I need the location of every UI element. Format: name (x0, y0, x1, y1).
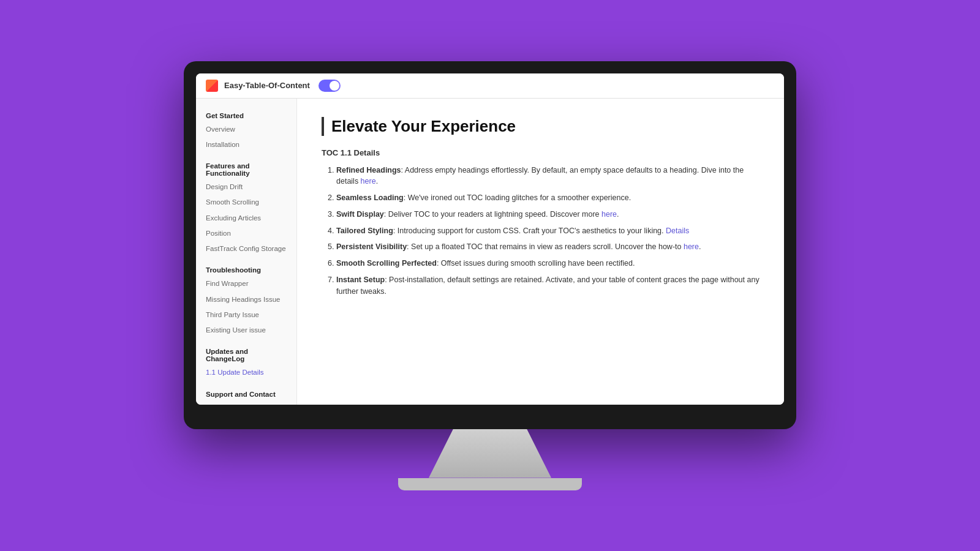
sidebar-item-existing-user[interactable]: Existing User issue (196, 323, 296, 338)
list-item: Tailored Styling: Introducing support fo… (336, 225, 760, 237)
sidebar-item-find-wrapper[interactable]: Find Wrapper (196, 276, 296, 291)
sidebar-section-features: Features and Functionality (196, 159, 296, 179)
topbar: Easy-Table-Of-Content (196, 73, 784, 99)
app-logo-icon (206, 80, 218, 92)
feature-body-2: : We've ironed out TOC loading glitches … (404, 193, 631, 202)
feature-body-3: : Deliver TOC to your readers at lightni… (384, 210, 601, 219)
feature-link-3[interactable]: here (601, 210, 617, 219)
feature-body-5: : Set up a floated TOC that remains in v… (407, 242, 684, 251)
feature-body-6: : Offset issues during smooth scrolling … (437, 259, 635, 268)
list-item: Swift Display: Deliver TOC to your reade… (336, 209, 760, 220)
toggle-switch[interactable] (318, 80, 341, 92)
sidebar-item-missing-headings[interactable]: Missing Headings Issue (196, 292, 296, 307)
list-item: Refined Headings: Address empty headings… (336, 165, 760, 188)
sidebar-item-overview[interactable]: Overview (196, 122, 296, 137)
list-item: Smooth Scrolling Perfected: Offset issue… (336, 258, 760, 269)
sidebar-item-smooth-scrolling[interactable]: Smooth Scrolling (196, 195, 296, 210)
feature-after-1: . (376, 177, 378, 186)
sidebar-section-updates: Updates and ChangeLog (196, 344, 296, 365)
feature-title-7: Instant Setup (336, 276, 385, 284)
sidebar-item-update-details[interactable]: 1.1 Update Details (196, 365, 296, 380)
toggle-knob (330, 81, 339, 91)
sidebar-item-position[interactable]: Position (196, 226, 296, 241)
sidebar-item-third-party[interactable]: Third Party Issue (196, 307, 296, 323)
main-content: Elevate Your Experience TOC 1.1 Details … (297, 99, 784, 405)
feature-list: Refined Headings: Address empty headings… (322, 165, 760, 298)
feature-title-5: Persistent Visibility (336, 242, 407, 251)
feature-body-7: : Post-installation, default settings ar… (336, 276, 760, 296)
feature-link-5[interactable]: here (684, 242, 699, 251)
sidebar-item-fasttrack[interactable]: FastTrack Config Storage (196, 241, 296, 257)
section-subtitle: TOC 1.1 Details (322, 148, 760, 157)
feature-after-5: . (699, 242, 701, 251)
feature-title-6: Smooth Scrolling Perfected (336, 259, 437, 268)
feature-after-3: . (617, 210, 619, 219)
list-item: Instant Setup: Post-installation, defaul… (336, 274, 760, 298)
feature-title-3: Swift Display (336, 210, 384, 219)
page-title: Elevate Your Experience (322, 117, 760, 136)
sidebar-section-support: Support and Contact (196, 387, 296, 400)
sidebar: Get Started Overview Installation Featur… (196, 99, 297, 405)
feature-link-4[interactable]: Details (666, 227, 689, 235)
list-item: Seamless Loading: We've ironed out TOC l… (336, 192, 760, 204)
feature-title-1: Refined Headings (336, 166, 401, 174)
sidebar-item-installation[interactable]: Installation (196, 137, 296, 152)
sidebar-item-design-drift[interactable]: Design Drift (196, 179, 296, 195)
monitor-stand (429, 429, 551, 478)
feature-title-4: Tailored Styling (336, 227, 393, 235)
sidebar-section-troubleshooting: Troubleshooting (196, 263, 296, 276)
feature-title-2: Seamless Loading (336, 193, 404, 202)
feature-link-1[interactable]: here (361, 177, 376, 186)
list-item: Persistent Visibility: Set up a floated … (336, 241, 760, 253)
sidebar-item-excluding-articles[interactable]: Excluding Articles (196, 211, 296, 226)
app-title: Easy-Table-Of-Content (224, 81, 310, 90)
feature-body-4: : Introducing support for custom CSS. Cr… (393, 227, 666, 235)
sidebar-section-get-started: Get Started (196, 108, 296, 122)
sidebar-item-support[interactable]: Support (196, 400, 296, 405)
app-layout: Get Started Overview Installation Featur… (196, 99, 784, 405)
monitor-base (398, 478, 582, 490)
